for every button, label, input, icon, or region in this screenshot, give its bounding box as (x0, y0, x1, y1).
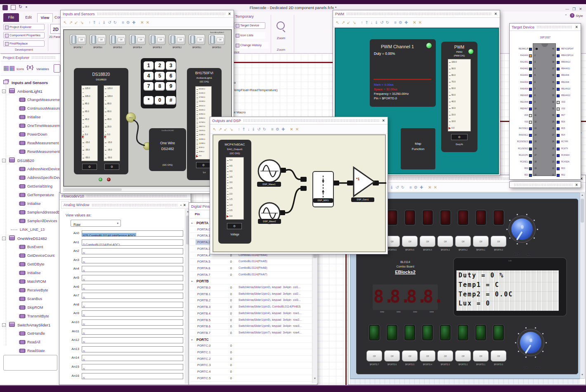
tab-edit[interactable]: Edit (21, 13, 35, 22)
chip-pin-pad[interactable] (557, 134, 560, 137)
2d-panels-button[interactable]: 2D (50, 24, 61, 34)
delete-icon[interactable]: ✕ (413, 21, 416, 25)
tree-item[interactable]: AddressNextDevice (1, 165, 60, 174)
push-button[interactable]: Off (384, 350, 400, 361)
select-drag-icon[interactable]: ↙ (347, 21, 350, 25)
remove-icon[interactable]: ✕ (295, 127, 299, 131)
expander-icon[interactable]: - (2, 159, 6, 162)
pin-row-label[interactable]: PORTB.5 (197, 318, 210, 322)
project-explorer-button[interactable]: Project Explorer (3, 24, 45, 30)
inputs-hscrollbar[interactable] (63, 188, 232, 192)
view-values-dropdown[interactable]: Raw ▾ (71, 220, 121, 227)
select-icon[interactable]: ↖ (64, 21, 67, 25)
analog-value-field[interactable]: 0 (82, 257, 183, 263)
ds18b20-scale-left[interactable]: 125.0105.085.065.045.025.05.0-15.0-35.0-… (81, 85, 98, 161)
toggle-switch[interactable]: Off (129, 34, 146, 45)
pwm-slider-scale[interactable]: 100.090.080.070.060.050.040.030.020.010.… (448, 59, 471, 131)
settings-icon[interactable]: ⚙ (399, 21, 402, 25)
chip-pin-pad[interactable] (529, 141, 532, 143)
pin-row-label[interactable]: PORTB.4 (197, 312, 210, 315)
pin-row-label[interactable]: PORTC.1 (197, 350, 210, 354)
analog-value-field[interactable]: 0 (82, 373, 183, 379)
pot-knob[interactable] (511, 218, 533, 240)
lower-icon[interactable]: ↓ (371, 21, 373, 25)
remove-icon[interactable]: ✕ (146, 21, 149, 25)
chip-pin-pad[interactable] (557, 174, 560, 177)
ds18b20-component[interactable]: DS18B20 DS18B20 125.0105.085.065.045.025… (74, 68, 128, 174)
delete-icon[interactable]: ✕ (290, 127, 293, 131)
chip-pin-pad[interactable] (529, 134, 532, 137)
push-button[interactable]: Off (473, 236, 489, 247)
close-icon[interactable]: × (574, 25, 579, 29)
pin-row-label[interactable]: PORTB.1 (197, 292, 210, 296)
analog-value-field[interactable]: 0 (82, 302, 183, 308)
chip-pin-pad[interactable] (557, 114, 560, 117)
tree-item[interactable]: LINK_LINE_13 (1, 225, 60, 234)
settings-icon[interactable]: ⚙ (414, 185, 418, 190)
expander-icon[interactable]: - (2, 323, 6, 327)
component-properties-button[interactable]: Component Properties (3, 32, 45, 38)
tree-item[interactable]: SkipROM (1, 303, 60, 312)
analog-value-field[interactable]: 0 (82, 337, 183, 343)
keypad-key[interactable]: 7 (144, 82, 154, 91)
analog-value-field[interactable]: 0 (82, 329, 183, 335)
pin-row-label[interactable]: PORTA.2 (197, 240, 210, 244)
expander-icon[interactable]: - (2, 89, 6, 93)
toggle-switch[interactable]: Off (189, 34, 205, 45)
tree-item[interactable]: -OneWireDS2482 (1, 234, 60, 243)
icon-lists-toggle[interactable]: Icon Lists (234, 32, 265, 39)
analog-value-field[interactable]: 0 (82, 266, 183, 272)
pin-row-label[interactable]: PORTC.3 (197, 363, 210, 367)
scroll-thumb[interactable] (581, 199, 584, 223)
analog-value-field[interactable]: 0 (82, 275, 183, 281)
chip-pin-pad[interactable] (557, 121, 560, 124)
chip-pin-pad[interactable] (557, 74, 560, 77)
chip-pin-pad[interactable] (529, 161, 532, 164)
rotate-cw-icon[interactable]: ↻ (401, 185, 404, 190)
raise-icon[interactable]: ↑ (89, 21, 91, 25)
select-drag-icon[interactable]: ↙ (224, 127, 227, 131)
analog-value-field[interactable]: 0 (82, 319, 183, 326)
chip-body[interactable] (533, 43, 556, 176)
chip-pin-pad[interactable] (557, 127, 560, 130)
lower-icon[interactable]: ↓ (98, 21, 100, 25)
raise-icon[interactable]: ↑ (238, 127, 240, 131)
rotate-ccw-icon[interactable]: ↺ (380, 21, 383, 25)
change-history-toggle[interactable]: Change History (234, 42, 269, 49)
quick-access-dropdown-icon[interactable] (26, 6, 27, 8)
pin-row-label[interactable]: PORTC.0 (197, 344, 210, 347)
keypad-key[interactable]: 4 (144, 72, 154, 80)
variables-tab-label[interactable]: Variables (36, 67, 49, 71)
pin-row-label[interactable]: PORTB.0 (197, 286, 210, 289)
pin-row-label[interactable]: PORTC.5 (197, 376, 210, 380)
push-button[interactable]: Off (491, 236, 506, 247)
tree-item[interactable]: GetSerialString (1, 182, 60, 191)
inputs-canvas[interactable]: SwitchArraySlider1 Off$PORTB.7Off$PORTB.… (63, 29, 232, 187)
pin-icon[interactable]: ▪ (180, 203, 182, 207)
keypad-key[interactable]: 2 (155, 61, 165, 70)
switch-lever[interactable] (71, 35, 76, 44)
tree-item[interactable]: SampleAllDevices (1, 217, 60, 225)
port-group-label[interactable]: PORTC (196, 338, 209, 342)
tree-item[interactable]: ContinuousMeasurement (1, 104, 60, 113)
keypad-key[interactable]: 1 (144, 61, 154, 70)
save-icon[interactable] (11, 5, 16, 10)
expander-icon[interactable]: - (2, 237, 6, 240)
lower-icon[interactable]: ↓ (248, 127, 250, 131)
chip-pin-pad[interactable] (557, 161, 560, 164)
port-group-label[interactable]: PORTB (196, 279, 209, 283)
ldr-knob[interactable] (520, 332, 541, 353)
tree-item[interactable]: TransmitByte (1, 312, 60, 321)
delete-icon[interactable]: ✕ (428, 185, 431, 190)
close-icon[interactable]: × (182, 203, 187, 207)
group-expander-icon[interactable]: ▸ (191, 221, 193, 224)
tree-item[interactable]: GetHandle (1, 329, 60, 338)
tree-item[interactable]: ReadState (1, 347, 60, 355)
keypad-key[interactable]: * (144, 96, 154, 105)
chip-pin-pad[interactable] (529, 154, 532, 157)
group-expander-icon[interactable]: ▸ (191, 279, 193, 282)
chip-pin-pad[interactable] (557, 141, 560, 143)
select-all-icon[interactable]: ↘ (80, 21, 83, 25)
keypad-key[interactable]: # (166, 96, 176, 105)
chip-pin-pad[interactable] (557, 54, 560, 57)
